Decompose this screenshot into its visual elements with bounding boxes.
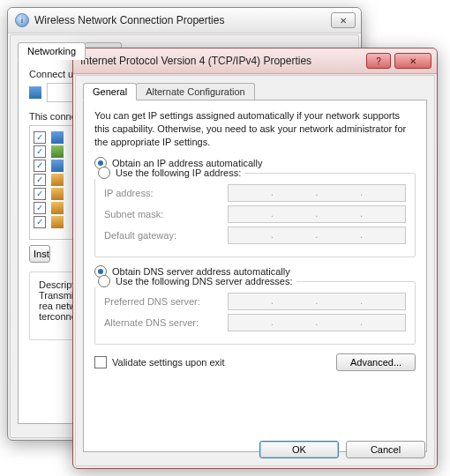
ip-address-field: ... — [228, 184, 406, 202]
ok-button[interactable]: OK — [259, 441, 339, 458]
tab-panel-general: You can get IP settings assigned automat… — [83, 100, 427, 452]
component-icon — [51, 131, 64, 144]
validate-checkbox-row[interactable]: Validate settings upon exit — [94, 356, 225, 368]
ip-manual-group: Use the following IP address: IP address… — [94, 173, 416, 257]
subnet-mask-field: ... — [228, 205, 406, 223]
close-button[interactable]: ✕ — [331, 12, 356, 28]
component-icon — [51, 174, 64, 186]
radio-label: Use the following DNS server addresses: — [116, 276, 293, 286]
radio-icon — [98, 167, 110, 179]
checkbox[interactable] — [34, 131, 46, 144]
checkbox[interactable] — [34, 202, 46, 214]
tab-networking[interactable]: Networking — [18, 42, 86, 60]
radio-dns-manual[interactable]: Use the following DNS server addresses: — [94, 275, 296, 287]
dialog-buttons: OK Cancel — [259, 441, 425, 458]
radio-icon — [98, 275, 110, 287]
help-button[interactable]: ? — [366, 53, 391, 69]
window-title: Internet Protocol Version 4 (TCP/IPv4) P… — [80, 55, 363, 67]
cancel-button[interactable]: Cancel — [346, 441, 425, 458]
intro-text: You can get IP settings assigned automat… — [94, 109, 416, 149]
window-title: Wireless Network Connection Properties — [34, 14, 327, 26]
radio-label: Use the following IP address: — [116, 167, 241, 178]
tab-general[interactable]: General — [83, 83, 137, 100]
preferred-dns-field: ... — [228, 293, 406, 310]
dns-manual-group: Use the following DNS server addresses: … — [94, 281, 416, 345]
adapter-icon — [29, 86, 41, 99]
checkbox[interactable] — [94, 356, 107, 368]
tab-alternate[interactable]: Alternate Configuration — [136, 83, 255, 100]
checkbox[interactable] — [34, 188, 46, 200]
alternate-dns-field: ... — [228, 314, 406, 331]
radio-ip-manual[interactable]: Use the following IP address: — [94, 167, 244, 179]
checkbox[interactable] — [34, 145, 46, 158]
titlebar[interactable]: Internet Protocol Version 4 (TCP/IPv4) P… — [73, 48, 437, 74]
gateway-field: ... — [228, 227, 406, 244]
ipv4-properties-window: Internet Protocol Version 4 (TCP/IPv4) P… — [72, 48, 438, 469]
component-icon — [51, 188, 64, 200]
component-icon — [51, 216, 64, 228]
gateway-label: Default gateway: — [104, 230, 228, 241]
app-icon: i — [15, 13, 29, 27]
preferred-dns-label: Preferred DNS server: — [104, 296, 228, 307]
subnet-mask-label: Subnet mask: — [104, 209, 228, 219]
tabstrip: General Alternate Configuration — [83, 83, 427, 100]
component-icon — [51, 202, 64, 214]
install-button[interactable]: Install... — [29, 245, 50, 263]
checkbox[interactable] — [34, 160, 46, 172]
checkbox[interactable] — [34, 216, 46, 228]
client-area: General Alternate Configuration You can … — [75, 75, 435, 466]
close-button[interactable]: ✕ — [394, 53, 431, 69]
component-icon — [51, 160, 64, 172]
titlebar[interactable]: i Wireless Network Connection Properties… — [8, 8, 361, 33]
advanced-button[interactable]: Advanced... — [336, 353, 416, 371]
validate-label: Validate settings upon exit — [112, 357, 225, 368]
alternate-dns-label: Alternate DNS server: — [104, 317, 228, 328]
checkbox[interactable] — [34, 174, 46, 186]
ip-address-label: IP address: — [104, 188, 228, 198]
component-icon — [51, 145, 64, 158]
